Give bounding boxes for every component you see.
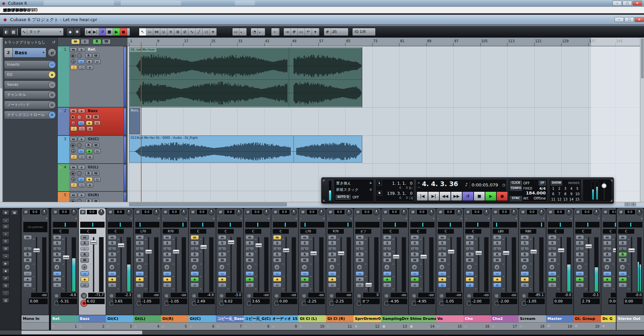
- volume-value[interactable]: 0.00: [29, 298, 48, 304]
- strip-menu-icon[interactable]: ▾: [351, 217, 352, 220]
- write-button[interactable]: W: [576, 258, 584, 263]
- eq-bypass-button[interactable]: ◈: [53, 277, 61, 282]
- volume-value[interactable]: -4.95: [388, 298, 407, 304]
- mute-button[interactable]: m: [576, 235, 584, 240]
- eq-bypass-button[interactable]: ◈: [619, 277, 627, 282]
- timebase-button[interactable]: ♪: [70, 155, 77, 159]
- inserts-bypass-button[interactable]: ▭: [78, 177, 85, 182]
- strip-collapse-icon[interactable]: ‹: [80, 217, 82, 220]
- track-row[interactable]: ▷5msGt(R)●◁RWe▭◈⊔♪◻≡: [58, 192, 127, 203]
- strip-collapse-icon[interactable]: ‹: [300, 217, 302, 220]
- lanes-button[interactable]: ≡: [87, 183, 93, 187]
- eq-bypass-button[interactable]: ◈: [191, 277, 199, 282]
- input-gain-knob[interactable]: [483, 209, 489, 215]
- fader-handle[interactable]: [90, 240, 97, 244]
- output-fader-knob[interactable]: [602, 183, 606, 188]
- marker-button[interactable]: 12: [556, 197, 562, 202]
- mute-button[interactable]: m: [70, 193, 77, 198]
- grid-type-dropdown[interactable]: #拍▾: [324, 28, 348, 36]
- eq-bypass-button[interactable]: ◈: [163, 277, 171, 282]
- input-gain-value[interactable]: 0.0: [582, 210, 592, 214]
- strip-menu-icon[interactable]: ▾: [185, 217, 187, 220]
- mixer-channel[interactable]: Ø0.0‹▾CmSLRWe▭◈⊔◁-oo-4.95SamplingDrms13▦: [381, 208, 409, 330]
- zoom-out-button[interactable]: −: [625, 203, 630, 206]
- listen-button[interactable]: L: [411, 247, 419, 250]
- input-gain-knob[interactable]: [41, 209, 47, 215]
- listen-button[interactable]: L: [273, 247, 281, 250]
- write-button[interactable]: W: [603, 258, 611, 263]
- input-gain-value[interactable]: 0.0: [30, 210, 40, 214]
- read-button[interactable]: R: [438, 252, 446, 257]
- input-gain-knob[interactable]: [456, 209, 462, 215]
- strip-collapse-icon[interactable]: ‹: [355, 217, 357, 220]
- channel-name[interactable]: Master: [546, 315, 574, 322]
- listen-button[interactable]: L: [493, 247, 501, 250]
- swap-icon[interactable]: ⇄: [2, 276, 9, 281]
- pan-display[interactable]: [548, 222, 572, 228]
- inserts-bypass-button[interactable]: ▭: [301, 271, 309, 276]
- write-button[interactable]: W: [273, 258, 281, 263]
- fader-handle[interactable]: [613, 248, 616, 253]
- inserts-bypass-button[interactable]: ▭: [78, 149, 85, 154]
- solo-button[interactable]: S: [328, 241, 336, 245]
- mute-button[interactable]: m: [246, 235, 254, 240]
- solo-button[interactable]: S: [80, 241, 89, 245]
- inserts-bypass-button[interactable]: ▭: [136, 271, 144, 276]
- sends-bypass-button[interactable]: ⊔: [191, 283, 199, 287]
- eq-bypass-button[interactable]: ◈: [136, 277, 144, 282]
- inserts-bypass-button[interactable]: ▭: [466, 271, 474, 276]
- eq-bypass-button[interactable]: ◈: [466, 277, 474, 282]
- channel-name[interactable]: Stereo Out: [616, 315, 644, 322]
- play-button[interactable]: ▶: [485, 191, 496, 201]
- locator-left-label[interactable]: L: [377, 181, 382, 185]
- solo-button[interactable]: s: [78, 109, 85, 113]
- marker-button[interactable]: 9: [569, 191, 574, 197]
- eq-bypass-button[interactable]: ◈: [108, 277, 116, 282]
- channel-name[interactable]: Gt(R): [161, 315, 189, 322]
- mute-button[interactable]: m: [163, 235, 171, 240]
- sends-bypass-button[interactable]: ⊔: [521, 283, 529, 287]
- monitor-button[interactable]: ◁: [81, 293, 87, 299]
- phase-button[interactable]: Ø: [465, 210, 471, 214]
- channel-name[interactable]: オーディオ 15: [271, 315, 299, 322]
- diamond-icon[interactable]: ◆: [2, 268, 9, 274]
- global-mute[interactable]: m: [2, 224, 9, 230]
- pan-display[interactable]: [300, 222, 325, 228]
- strip-collapse-icon[interactable]: ‹: [190, 217, 192, 220]
- strip-menu-icon[interactable]: ▾: [268, 217, 269, 220]
- maximize-button[interactable]: □: [625, 17, 634, 22]
- lanes-button[interactable]: ≡: [87, 126, 93, 131]
- write-button[interactable]: W: [301, 258, 309, 263]
- phase-button[interactable]: Ø: [80, 210, 86, 214]
- input-gain-value[interactable]: 0.0: [279, 210, 289, 214]
- phase-button[interactable]: Ø: [438, 210, 443, 214]
- eq-bypass-button[interactable]: ◈: [493, 277, 501, 282]
- edit-channel-button[interactable]: e: [577, 264, 582, 270]
- mixer-channel[interactable]: Ø0.0‹▾CmSLRWe▭◈⊔◁-2.33.65Gt(C)3▷: [106, 208, 133, 330]
- pan-display[interactable]: [53, 222, 77, 228]
- sends-bypass-button[interactable]: ⊔: [328, 283, 336, 287]
- phase-button[interactable]: Ø: [410, 210, 416, 214]
- solo-button[interactable]: S: [548, 241, 556, 245]
- mixer-channel[interactable]: Ø0.0‹▾CmSLRWe▭◈⊔◁-oo-2.00Cho16▷: [464, 208, 491, 330]
- fader-handle[interactable]: [173, 249, 179, 254]
- sends-bypass-button[interactable]: ⊔: [108, 283, 116, 287]
- goto-end-button[interactable]: ▶|: [92, 28, 99, 36]
- write-button[interactable]: W: [246, 258, 254, 263]
- scroll-thumb[interactable]: [0, 38, 2, 89]
- fader-handle[interactable]: [33, 248, 40, 253]
- play-button[interactable]: ▶: [113, 28, 120, 36]
- write-button[interactable]: W: [328, 258, 336, 263]
- listen-button[interactable]: L: [619, 247, 627, 250]
- edit-channel-button[interactable]: e: [412, 264, 417, 270]
- input-gain-value[interactable]: 0.0: [554, 210, 565, 214]
- eq-bypass-button[interactable]: ◈: [86, 177, 93, 182]
- volume-value[interactable]: 0.00: [553, 298, 572, 304]
- strip-collapse-icon[interactable]: ‹: [410, 217, 412, 220]
- goto-end-button[interactable]: ▶|: [428, 191, 439, 201]
- edit-channel-button[interactable]: e: [384, 264, 390, 270]
- marker-button[interactable]: 15: [575, 197, 580, 202]
- mixer-channel[interactable]: Ø0.0‹▾L70mSLRWe▭◈⊔◁-oo-1.05Gt(L)4▷: [133, 208, 161, 330]
- eq-bypass-button[interactable]: ◈: [411, 277, 419, 282]
- write-button[interactable]: W: [383, 258, 391, 263]
